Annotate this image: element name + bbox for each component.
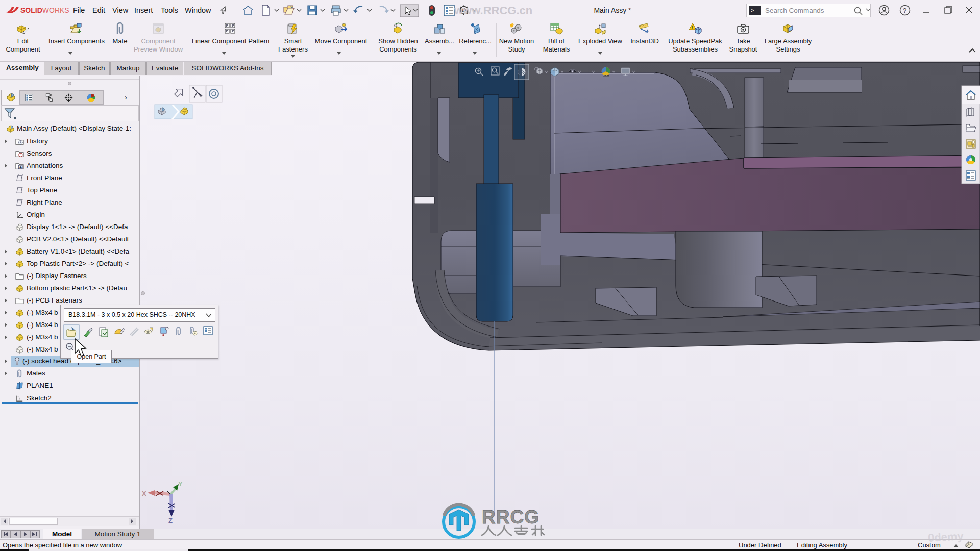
svg-text:RRCG: RRCG (482, 507, 540, 528)
